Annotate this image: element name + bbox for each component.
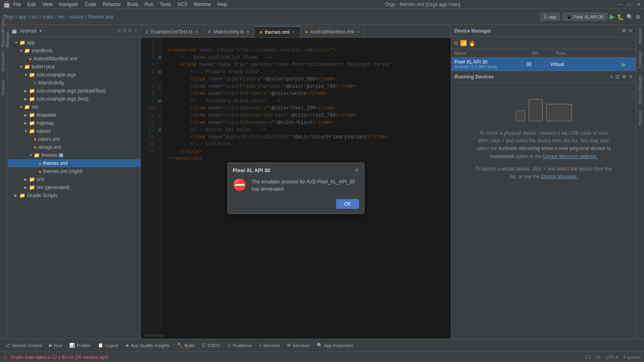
breadcrumb-src[interactable]: src: [31, 14, 38, 20]
device-manager-link[interactable]: Device Manager.: [541, 174, 578, 179]
tree-item-manifests[interactable]: ▼ 📁 manifests: [8, 47, 140, 55]
close-tab-icon[interactable]: ✕: [292, 30, 295, 34]
settings-icon[interactable]: ⚙: [622, 28, 626, 34]
tree-item-themes-folder[interactable]: ▼ 📁 themes 2: [8, 151, 140, 159]
breadcrumb-res[interactable]: res: [58, 14, 65, 20]
settings-btn[interactable]: ⚙: [636, 14, 641, 20]
xml-file-icon: ■: [260, 30, 262, 35]
running-toggle[interactable]: Running: [637, 107, 643, 129]
profiler-tab[interactable]: 📊 Profiler: [66, 341, 94, 350]
resource-manager-toggle[interactable]: Resource Manager: [1, 43, 7, 49]
menu-window[interactable]: Window: [194, 2, 211, 7]
breadcrumb-values[interactable]: values: [70, 14, 84, 20]
menu-vcs[interactable]: VCS: [178, 2, 188, 7]
tab-exampleunittest[interactable]: K ExampleUnitTest.kt ✕: [141, 26, 203, 37]
add-device-icon[interactable]: ⊕: [454, 40, 458, 46]
ok-button[interactable]: OK: [336, 199, 359, 209]
sync-icon[interactable]: ⊕: [117, 28, 121, 33]
close-panel-icon[interactable]: ✕: [629, 28, 633, 34]
tree-label: com.example.orgs: [37, 72, 76, 78]
minimize-btn[interactable]: ─: [617, 2, 621, 7]
tree-item-mipmap[interactable]: ▶ 📁 mipmap: [8, 119, 140, 127]
menu-run[interactable]: Run: [144, 2, 153, 7]
tab-mainactivity[interactable]: K MainActivity.kt ✕: [203, 26, 255, 37]
run-tab[interactable]: ▶ Run: [46, 341, 65, 350]
tree-item-res-generated[interactable]: ▶ 📁 res (generated): [8, 183, 140, 191]
fire-icon[interactable]: 🔥: [469, 40, 475, 46]
services-tab[interactable]: ⚙ Services: [284, 341, 313, 350]
close-btn[interactable]: ✕: [637, 2, 641, 7]
settings-running-icon[interactable]: ⚙: [622, 74, 626, 80]
close-tab-icon[interactable]: ✕: [357, 30, 360, 34]
collapse-icon[interactable]: ☰: [122, 28, 126, 33]
tree-item-gradle[interactable]: ▶ 📁 Gradle Scripts: [8, 191, 140, 200]
add-running-icon[interactable]: +: [610, 74, 613, 80]
folder-icon: 📁: [29, 185, 35, 190]
menu-view[interactable]: View: [42, 2, 53, 7]
tree-item-kotlin[interactable]: ▼ 📁 kotlin+java: [8, 63, 140, 71]
menu-refactor[interactable]: Refactor: [103, 2, 121, 7]
tree-item-mainactivity[interactable]: K MainActivity: [8, 79, 140, 87]
app-quality-tab[interactable]: ◈ App Quality Insights: [122, 341, 173, 350]
menu-file[interactable]: File: [13, 2, 21, 7]
problems-tab[interactable]: ⚠ Problems: [224, 341, 254, 350]
run-device-icon[interactable]: ▶: [622, 61, 626, 68]
debug-btn[interactable]: 🐛: [617, 14, 624, 20]
maximize-btn[interactable]: □: [627, 2, 630, 7]
expand-icon[interactable]: ⊡: [615, 74, 619, 80]
device-btn[interactable]: 📱 Pixel XL API 30: [563, 13, 607, 21]
device-manager-toggle[interactable]: Device Manager: [637, 72, 643, 107]
tree-item-res[interactable]: ▼ 📁 res: [8, 103, 140, 111]
dialog-close-icon[interactable]: ✕: [354, 167, 359, 173]
version-control-tab[interactable]: ⎇ Version Control: [2, 341, 45, 350]
menu-edit[interactable]: Edit: [27, 2, 36, 7]
app-inspection-tab[interactable]: 🔍 App Inspection: [314, 341, 357, 350]
device-mirroring-link[interactable]: Device Mirroring settings.: [543, 154, 597, 159]
tree-item-themes-xml[interactable]: ■ themes.xml: [8, 159, 140, 167]
tree-item-xml[interactable]: ▶ 📁 xml: [8, 175, 140, 183]
menu-tools[interactable]: Tools: [160, 2, 171, 7]
bookmarks-toggle[interactable]: Bookmarks: [1, 67, 7, 73]
close-running-icon[interactable]: ✕: [629, 74, 633, 80]
breadcrumb-app[interactable]: app: [19, 14, 27, 20]
logcat-tab[interactable]: 📋 Logcat: [95, 341, 122, 350]
more-options-icon[interactable]: ⋮: [628, 61, 633, 68]
breadcrumb-main[interactable]: main: [43, 14, 53, 20]
menu-navigate[interactable]: Navigate: [59, 2, 78, 7]
build-tab[interactable]: 🔨 Build: [174, 341, 197, 350]
tree-item-com-example-orgs[interactable]: ▼ 📁 com.example.orgs: [8, 71, 140, 79]
breadcrumb-file[interactable]: themes.xml: [88, 14, 113, 20]
assistant-toggle[interactable]: Assistant: [637, 25, 643, 48]
tree-item-colors[interactable]: ■ colors.xml: [8, 135, 140, 143]
dropdown-icon[interactable]: ▼: [39, 29, 42, 33]
tree-item-values[interactable]: ▼ 📁 values: [8, 127, 140, 135]
menu-code[interactable]: Code: [85, 2, 96, 7]
tree-item-com-test[interactable]: ▶ 📁 com.example.orgs (test): [8, 95, 140, 103]
device-row-pixel[interactable]: Pixel XL API 30 Android 11.0 (API level)…: [451, 58, 636, 71]
menu-build[interactable]: Build: [127, 2, 138, 7]
tree-item-app[interactable]: ▼ 📁 app: [8, 39, 140, 47]
tree-item-androidmanifest[interactable]: ■ AndroidManifest.xml: [8, 55, 140, 63]
device-info: Pixel XL API 30 Android 11.0 (API level): [454, 59, 526, 69]
run-btn[interactable]: ▶: [610, 13, 615, 21]
close-panel-icon[interactable]: ✕: [134, 28, 137, 33]
coverage-toggle[interactable]: Coverage: [637, 48, 643, 72]
terminal-tab[interactable]: > Terminal: [256, 341, 283, 350]
tree-item-drawable[interactable]: ▶ 📁 drawable: [8, 111, 140, 119]
filter-icon[interactable]: ⚙: [128, 28, 132, 33]
menu-help[interactable]: Help: [217, 2, 227, 7]
tree-item-strings[interactable]: ■ strings.xml: [8, 143, 140, 151]
run-config-btn[interactable]: ▷ app: [541, 13, 560, 21]
xml-icon: ■: [34, 145, 37, 150]
tab-themes[interactable]: ■ themes.xml ✕: [255, 26, 300, 37]
wifi-icon[interactable]: 📶: [460, 40, 467, 46]
tree-item-com-androidtest[interactable]: ▶ 📁 com.example.orgs (androidTest): [8, 87, 140, 95]
close-tab-icon[interactable]: ✕: [246, 30, 250, 34]
tree-item-themes-xml-night[interactable]: ■ themes.xml (night): [8, 167, 140, 175]
structure-toggle[interactable]: Structure: [1, 91, 7, 97]
tab-androidmanifest[interactable]: ■ AndroidManifest.xml ✕: [300, 26, 365, 37]
tab-label: ExampleUnitTest.kt: [151, 29, 192, 35]
todo-tab[interactable]: ☑ TODO: [198, 341, 223, 350]
close-tab-icon[interactable]: ✕: [195, 30, 198, 34]
search-btn[interactable]: 🔍: [626, 14, 633, 20]
